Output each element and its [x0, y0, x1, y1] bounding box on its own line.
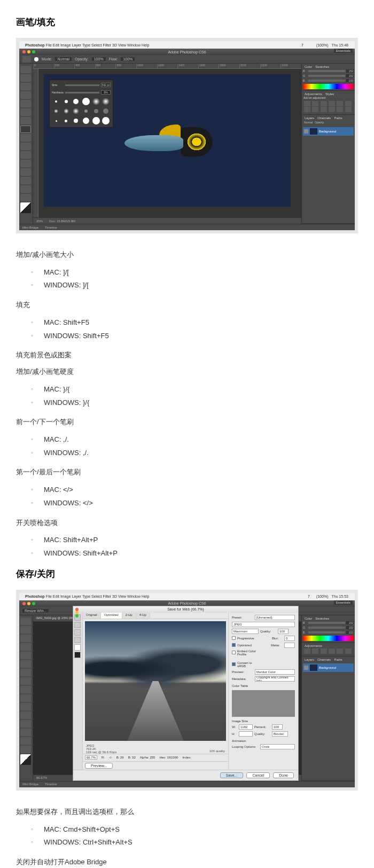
color-swatch[interactable] [20, 754, 31, 765]
workspace-switcher[interactable]: Essentials [334, 600, 353, 605]
wand-tool[interactable] [20, 91, 31, 99]
crop-tool[interactable] [20, 652, 31, 659]
b-value[interactable]: 233 [346, 79, 354, 82]
adjustment-icon[interactable] [337, 101, 343, 106]
minimize-icon[interactable] [75, 611, 79, 614]
layer-thumbnail[interactable] [310, 664, 317, 671]
menu-help[interactable]: Help [142, 595, 149, 598]
menu-layer[interactable]: Layer [72, 595, 81, 598]
layer-thumbnail[interactable] [310, 128, 317, 135]
adjustment-icon[interactable] [321, 648, 327, 654]
menu-file[interactable]: File [46, 43, 52, 47]
menu-view[interactable]: View [118, 43, 126, 47]
flow-field[interactable]: 100% [121, 57, 135, 61]
preview-select[interactable]: Monitor Color [255, 669, 295, 675]
quality2-select[interactable]: Bicubic [272, 731, 288, 737]
adjustment-icon[interactable] [321, 101, 327, 106]
b-slider[interactable] [308, 631, 345, 634]
embed-checkbox[interactable] [232, 651, 236, 654]
eraser-tool[interactable] [20, 151, 31, 159]
layers-tab[interactable]: Layers [303, 116, 316, 120]
eyedropper-tool[interactable] [20, 108, 31, 116]
type-tool[interactable] [20, 194, 31, 201]
menu-select[interactable]: Select [91, 595, 102, 598]
opacity-field[interactable]: 100% [92, 57, 106, 61]
layer-background[interactable]: Background [303, 127, 354, 136]
adjustment-icon[interactable] [312, 648, 318, 654]
blur-tool[interactable] [20, 720, 31, 728]
tab-optimized[interactable]: Optimized [101, 613, 122, 619]
done-button[interactable]: Done [273, 772, 294, 778]
layers-tab[interactable]: Layers [303, 658, 316, 662]
brush-preset[interactable] [52, 107, 60, 115]
dodge-tool[interactable] [20, 177, 31, 184]
brush-tool[interactable] [20, 677, 31, 685]
adjustment-icon[interactable] [337, 648, 343, 654]
menu-type[interactable]: Type [82, 43, 90, 47]
menu-3d[interactable]: 3D [112, 595, 117, 598]
brush-preset[interactable] [102, 116, 110, 125]
menu-file[interactable]: File [46, 595, 52, 598]
brush-preset[interactable] [92, 107, 100, 115]
brush-preset[interactable] [72, 97, 80, 106]
preset-select[interactable]: [Unnamed] [255, 615, 295, 620]
view-select[interactable]: Resize Win... [22, 609, 49, 613]
hardness-value[interactable]: 0% [101, 90, 111, 95]
maximize-icon[interactable] [32, 50, 35, 53]
channels-tab[interactable]: Channels [316, 116, 332, 120]
brush-preset[interactable] [62, 97, 71, 106]
adjustment-icon[interactable] [304, 101, 310, 106]
minimize-icon[interactable] [27, 602, 30, 605]
brush-tool[interactable] [20, 126, 31, 133]
brush-preset[interactable] [62, 107, 71, 115]
menu-type[interactable]: Type [82, 595, 90, 598]
close-icon[interactable] [22, 50, 26, 53]
cancel-button[interactable]: Cancel [246, 772, 270, 778]
tab-original[interactable]: Original [83, 613, 101, 619]
timeline-tab[interactable]: Timeline [45, 226, 57, 229]
format-select[interactable]: JPEG [232, 622, 295, 627]
slice-tool[interactable] [74, 622, 81, 628]
color-swatch[interactable] [74, 644, 81, 651]
brush-preset[interactable] [92, 97, 100, 106]
menu-edit[interactable]: Edit [53, 43, 59, 47]
stamp-tool[interactable] [20, 686, 31, 693]
crop-tool[interactable] [20, 100, 31, 107]
workspace-switcher[interactable]: Essentials [334, 49, 353, 53]
adjustment-icon[interactable] [345, 648, 352, 654]
loop-select[interactable]: Once [260, 744, 295, 749]
menu-help[interactable]: Help [142, 43, 149, 47]
menu-edit[interactable]: Edit [53, 595, 59, 598]
brush-preset[interactable] [52, 97, 60, 106]
type-tool[interactable] [20, 746, 31, 753]
quality-grade-select[interactable]: Maximum [232, 629, 259, 634]
blur-field[interactable]: 0 [284, 636, 295, 641]
brush-preset[interactable] [72, 116, 80, 125]
adjustment-icon[interactable] [345, 101, 352, 106]
visibility-icon[interactable] [304, 129, 308, 134]
zoom-level[interactable]: 25% [36, 220, 43, 223]
lasso-tool[interactable] [20, 83, 31, 90]
move-tool[interactable] [20, 66, 31, 73]
heal-tool[interactable] [20, 117, 31, 124]
convert-srgb-checkbox[interactable] [232, 662, 236, 666]
menu-window[interactable]: Window [127, 595, 141, 598]
styles-tab[interactable]: Styles [324, 92, 336, 96]
quality-field[interactable]: 100 [278, 629, 289, 634]
gradient-tool[interactable] [20, 711, 31, 719]
paths-tab[interactable]: Paths [332, 658, 344, 662]
r-value[interactable]: 152 [346, 69, 354, 73]
r-slider[interactable] [308, 70, 345, 72]
progressive-checkbox[interactable] [232, 636, 236, 640]
b-slider[interactable] [308, 80, 345, 82]
brush-preset[interactable] [62, 116, 71, 125]
menu-filter[interactable]: Filter [103, 595, 112, 598]
paths-tab[interactable]: Paths [332, 116, 344, 120]
gradient-tool[interactable] [20, 160, 31, 167]
adjustment-icon[interactable] [329, 101, 335, 106]
mode-select[interactable]: Normal [55, 57, 72, 61]
g-value[interactable]: 152 [346, 626, 354, 629]
brush-preset[interactable] [72, 107, 80, 115]
brush-preset-icon[interactable] [22, 56, 31, 62]
brush-preset[interactable] [82, 97, 90, 106]
